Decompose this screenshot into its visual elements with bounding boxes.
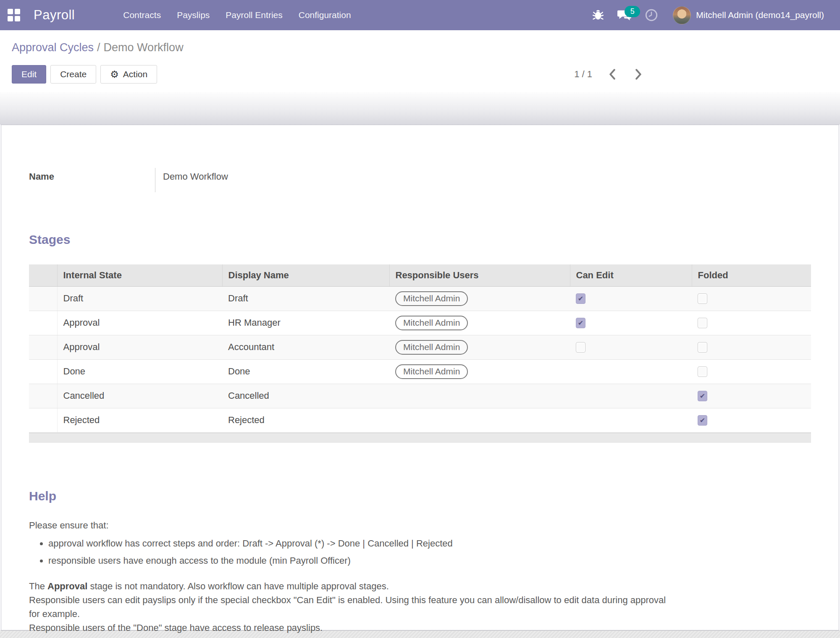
pager-value: 1 / 1 (574, 69, 592, 80)
menu-payslips[interactable]: Payslips (169, 0, 218, 30)
cell-folded (692, 286, 811, 311)
app-brand[interactable]: Payroll (34, 8, 75, 23)
edit-button[interactable]: Edit (12, 65, 46, 84)
cell-display-name: HR Manager (222, 311, 389, 335)
field-separator (155, 168, 155, 192)
content-background-band (0, 92, 840, 125)
checkbox-unchecked[interactable] (698, 293, 707, 304)
checkbox-checked[interactable]: ✔ (698, 415, 707, 426)
help-paragraph-2: Responsible users can edit payslips only… (29, 593, 672, 621)
check-icon: ✔ (700, 393, 705, 400)
checkbox-unchecked[interactable] (698, 342, 707, 353)
responsible-user-tag: Mitchell Admin (395, 291, 468, 306)
help-bullet-2: responsible users have enough access to … (48, 554, 811, 567)
cell-display-name: Draft (222, 286, 389, 311)
gear-icon: ⚙ (110, 70, 119, 79)
cell-internal-state: Draft (57, 286, 222, 311)
stages-table-header: Internal State Display Name Responsible … (29, 264, 811, 286)
help-intro: Please ensure that: (29, 520, 811, 531)
cell-responsible-users (389, 408, 570, 432)
pager-next-icon[interactable] (633, 67, 644, 81)
cell-can-edit: ✔ (570, 311, 692, 335)
help-section-title: Help (29, 489, 811, 503)
column-folded[interactable]: Folded (692, 264, 811, 286)
cell-internal-state: Approval (57, 311, 222, 335)
cell-responsible-users: Mitchell Admin (389, 311, 570, 335)
user-avatar (673, 6, 691, 24)
pager-previous-icon[interactable] (606, 67, 618, 81)
column-responsible-users[interactable]: Responsible Users (389, 264, 570, 286)
create-button[interactable]: Create (50, 65, 96, 84)
responsible-user-tag: Mitchell Admin (395, 364, 468, 379)
control-panel: Approval Cycles/Demo Workflow Edit Creat… (0, 30, 840, 92)
stages-section-title: Stages (29, 233, 811, 247)
cell-internal-state: Cancelled (57, 384, 222, 408)
table-row[interactable]: CancelledCancelled✔ (29, 384, 811, 408)
top-menu: Contracts Payslips Payroll Entries Confi… (115, 0, 359, 30)
table-row[interactable]: ApprovalHR ManagerMitchell Admin✔ (29, 311, 811, 335)
cell-display-name: Rejected (222, 408, 389, 432)
checkbox-unchecked[interactable] (576, 342, 585, 353)
cell-can-edit (570, 359, 692, 384)
cell-internal-state: Approval (57, 335, 222, 359)
top-navbar: Payroll Contracts Payslips Payroll Entri… (0, 0, 840, 30)
breadcrumb: Approval Cycles/Demo Workflow (12, 41, 828, 54)
responsible-user-tag: Mitchell Admin (395, 316, 468, 330)
cell-can-edit: ✔ (570, 286, 692, 311)
cell-folded (692, 359, 811, 384)
menu-contracts[interactable]: Contracts (115, 0, 169, 30)
bug-icon (592, 9, 604, 21)
systray: 5 Mitchell Admin (demo14_payroll) (587, 0, 829, 30)
cell-folded: ✔ (692, 384, 811, 408)
checkbox-unchecked[interactable] (698, 366, 707, 377)
debug-bug-icon[interactable] (587, 0, 609, 30)
menu-configuration[interactable]: Configuration (291, 0, 359, 30)
checkbox-checked[interactable]: ✔ (576, 318, 585, 328)
cell-responsible-users: Mitchell Admin (389, 359, 570, 384)
cell-responsible-users: Mitchell Admin (389, 286, 570, 311)
cell-display-name: Cancelled (222, 384, 389, 408)
checkbox-checked[interactable]: ✔ (698, 391, 707, 401)
control-panel-buttons: Edit Create ⚙ Action 1 / 1 (12, 65, 828, 84)
action-button-label: Action (123, 69, 147, 79)
drag-handle-cell (29, 408, 57, 432)
stages-table: Internal State Display Name Responsible … (29, 264, 811, 433)
column-can-edit[interactable]: Can Edit (570, 264, 692, 286)
user-menu[interactable]: Mitchell Admin (demo14_payroll) (666, 0, 829, 30)
activities-menu[interactable] (640, 0, 663, 30)
form-sheet: Name Demo Workflow Stages Internal State… (1, 125, 839, 630)
drag-handle-cell (29, 384, 57, 408)
table-row[interactable]: ApprovalAccountantMitchell Admin (29, 335, 811, 359)
cell-can-edit (570, 384, 692, 408)
drag-handle-cell (29, 311, 57, 335)
breadcrumb-separator: / (94, 41, 104, 54)
check-icon: ✔ (578, 295, 583, 302)
stages-table-footer (29, 433, 811, 443)
approval-bold: Approval (47, 581, 87, 591)
help-bullet-1: approval workflow has correct steps and … (48, 537, 811, 550)
messages-menu[interactable]: 5 (612, 0, 637, 30)
checkbox-checked[interactable]: ✔ (576, 293, 585, 304)
breadcrumb-approval-cycles[interactable]: Approval Cycles (12, 41, 94, 54)
action-button[interactable]: ⚙ Action (100, 65, 157, 84)
column-internal-state[interactable]: Internal State (57, 264, 222, 286)
column-handle (29, 264, 57, 286)
drag-handle-cell (29, 335, 57, 359)
name-field-row: Name Demo Workflow (29, 168, 811, 192)
cell-internal-state: Done (57, 359, 222, 384)
cell-internal-state: Rejected (57, 408, 222, 432)
drag-handle-cell (29, 286, 57, 311)
apps-grid-icon[interactable] (8, 9, 20, 21)
table-row[interactable]: RejectedRejected✔ (29, 408, 811, 432)
help-body: Please ensure that: approval workflow ha… (29, 520, 811, 635)
column-display-name[interactable]: Display Name (222, 264, 389, 286)
clock-icon (645, 9, 658, 21)
help-paragraphs: The Approval stage is not mandatory. Als… (29, 579, 811, 635)
table-row[interactable]: DoneDoneMitchell Admin (29, 359, 811, 384)
table-row[interactable]: DraftDraftMitchell Admin✔ (29, 286, 811, 311)
check-icon: ✔ (578, 320, 583, 327)
menu-payroll-entries[interactable]: Payroll Entries (218, 0, 290, 30)
check-icon: ✔ (700, 417, 705, 424)
checkbox-unchecked[interactable] (698, 318, 707, 328)
cell-responsible-users: Mitchell Admin (389, 335, 570, 359)
